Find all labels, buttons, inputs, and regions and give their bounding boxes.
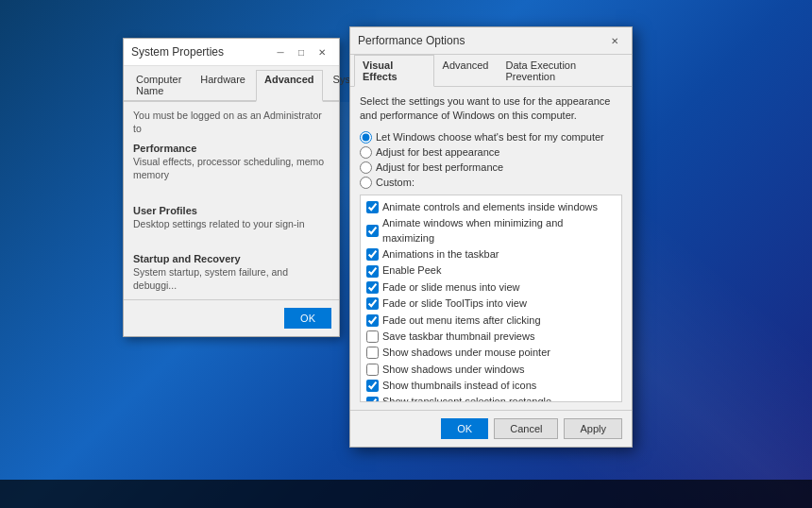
checkbox-item[interactable]: Animate windows when minimizing and maxi… xyxy=(364,215,617,246)
radio-best-appearance[interactable]: Adjust for best appearance xyxy=(360,146,622,159)
user-profiles-section-title: User Profiles xyxy=(133,205,330,216)
perf-dialog-titlebar: Performance Options ✕ xyxy=(350,27,632,55)
checkbox-10[interactable] xyxy=(366,380,379,392)
radio-custom-label: Custom: xyxy=(376,177,414,188)
radio-let-windows-input[interactable] xyxy=(360,131,372,144)
checkbox-label-2: Animations in the taskbar xyxy=(382,247,499,262)
radio-let-windows-label: Let Windows choose what's best for my co… xyxy=(376,131,604,143)
sys-props-content: You must be logged on as an Administrato… xyxy=(124,102,339,299)
performance-section-title: Performance xyxy=(133,143,330,154)
checkbox-3[interactable] xyxy=(366,265,379,278)
checkbox-9[interactable] xyxy=(366,364,379,376)
checkbox-item[interactable]: Fade or slide ToolTips into view xyxy=(364,296,617,312)
radio-group: Let Windows choose what's best for my co… xyxy=(360,131,622,189)
checkbox-label-3: Enable Peek xyxy=(382,263,441,278)
checkbox-label-6: Fade out menu items after clicking xyxy=(382,313,541,328)
checkbox-label-5: Fade or slide ToolTips into view xyxy=(382,296,527,311)
perf-apply-button[interactable]: Apply xyxy=(564,418,622,439)
tab-hardware[interactable]: Hardware xyxy=(192,70,254,100)
performance-section-text: Visual effects, processor scheduling, me… xyxy=(133,156,330,181)
perf-dialog-content: Select the settings you want to use for … xyxy=(350,87,632,410)
tab-visual-effects[interactable]: Visual Effects xyxy=(354,55,434,87)
checkbox-item[interactable]: Save taskbar thumbnail previews xyxy=(364,329,617,345)
tab-computer-name[interactable]: Computer Name xyxy=(127,70,190,100)
checkbox-6[interactable] xyxy=(366,314,379,327)
checkbox-11[interactable] xyxy=(366,397,379,402)
checkbox-item[interactable]: Show thumbnails instead of icons xyxy=(364,378,617,394)
radio-custom-input[interactable] xyxy=(360,177,372,189)
performance-options-dialog: Performance Options ✕ Visual Effects Adv… xyxy=(349,26,633,448)
checkbox-4[interactable] xyxy=(366,281,379,294)
sys-props-ok-button[interactable]: OK xyxy=(284,308,331,329)
checkbox-5[interactable] xyxy=(366,297,379,310)
perf-dialog-footer: OK Cancel Apply xyxy=(350,410,632,447)
checkbox-0[interactable] xyxy=(366,201,379,213)
perf-dialog-controls: ✕ xyxy=(605,33,624,48)
checkbox-label-11: Show translucent selection rectangle xyxy=(382,395,551,401)
perf-cancel-button[interactable]: Cancel xyxy=(494,418,558,439)
radio-best-performance-input[interactable] xyxy=(360,161,372,174)
checkbox-8[interactable] xyxy=(366,347,379,359)
radio-best-appearance-input[interactable] xyxy=(360,146,372,159)
checkbox-label-9: Show shadows under windows xyxy=(382,363,524,377)
admin-notice: You must be logged on as an Administrato… xyxy=(133,110,330,135)
tab-data-execution[interactable]: Data Execution Prevention xyxy=(498,55,629,87)
perf-dialog-title: Performance Options xyxy=(358,34,465,47)
checkbox-item[interactable]: Show translucent selection rectangle xyxy=(364,394,617,401)
radio-best-performance[interactable]: Adjust for best performance xyxy=(360,161,622,174)
desktop: System Properties ─ □ ✕ Computer Name Ha… xyxy=(0,0,812,508)
checkbox-item[interactable]: Fade out menu items after clicking xyxy=(364,313,617,329)
checkbox-item[interactable]: Show shadows under windows xyxy=(364,362,617,378)
sys-props-tabs: Computer Name Hardware Advanced Syst xyxy=(124,66,339,102)
checkbox-item[interactable]: Fade or slide menus into view xyxy=(364,279,617,296)
user-profiles-section-text: Desktop settings related to your sign-in xyxy=(133,218,330,231)
checkbox-1[interactable] xyxy=(366,225,379,237)
radio-best-appearance-label: Adjust for best appearance xyxy=(376,146,499,158)
perf-dialog-tabs: Visual Effects Advanced Data Execution P… xyxy=(350,55,632,87)
tab-advanced[interactable]: Advanced xyxy=(434,55,498,87)
visual-effects-list[interactable]: Animate controls and elements inside win… xyxy=(360,195,622,402)
checkbox-item[interactable]: Animate controls and elements inside win… xyxy=(364,199,617,215)
startup-section-text: System startup, system failure, and debu… xyxy=(133,266,330,292)
checkbox-label-0: Animate controls and elements inside win… xyxy=(382,200,598,214)
checkbox-2[interactable] xyxy=(366,248,379,261)
checkbox-item[interactable]: Enable Peek xyxy=(364,262,617,279)
sys-props-maximize-button[interactable]: □ xyxy=(292,44,311,59)
radio-custom[interactable]: Custom: xyxy=(360,177,622,189)
perf-description: Select the settings you want to use for … xyxy=(360,94,622,124)
sys-props-close-button[interactable]: ✕ xyxy=(313,44,331,59)
checkbox-item[interactable]: Show shadows under mouse pointer xyxy=(364,345,617,361)
sys-props-title: System Properties xyxy=(131,45,224,59)
taskbar xyxy=(0,480,812,508)
perf-ok-button[interactable]: OK xyxy=(441,418,488,439)
checkbox-label-7: Save taskbar thumbnail previews xyxy=(382,330,534,344)
sys-props-minimize-button[interactable]: ─ xyxy=(271,44,290,59)
sys-props-controls: ─ □ ✕ xyxy=(271,44,331,59)
system-properties-window: System Properties ─ □ ✕ Computer Name Ha… xyxy=(123,38,340,337)
checkbox-7[interactable] xyxy=(366,330,379,343)
radio-best-performance-label: Adjust for best performance xyxy=(376,161,503,173)
sys-props-footer: OK xyxy=(124,299,339,336)
checkbox-label-1: Animate windows when minimizing and maxi… xyxy=(382,216,616,246)
perf-dialog-close-button[interactable]: ✕ xyxy=(605,33,624,48)
radio-let-windows[interactable]: Let Windows choose what's best for my co… xyxy=(360,131,622,144)
checkbox-label-10: Show thumbnails instead of icons xyxy=(382,379,536,393)
sys-props-titlebar: System Properties ─ □ ✕ xyxy=(124,39,339,66)
checkbox-item[interactable]: Animations in the taskbar xyxy=(364,246,617,262)
checkbox-label-8: Show shadows under mouse pointer xyxy=(382,346,550,360)
tab-advanced[interactable]: Advanced xyxy=(256,70,323,102)
checkbox-label-4: Fade or slide menus into view xyxy=(382,280,520,295)
startup-section-title: Startup and Recovery xyxy=(133,253,330,264)
